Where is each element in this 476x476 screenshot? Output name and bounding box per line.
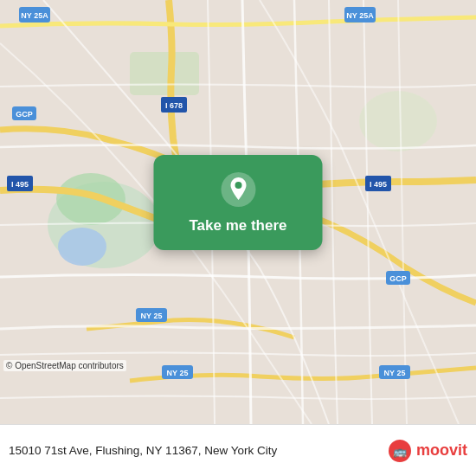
svg-rect-4 xyxy=(130,52,199,95)
svg-text:🚌: 🚌 xyxy=(393,444,408,459)
svg-point-27 xyxy=(235,182,241,189)
location-card: Take me there xyxy=(154,155,323,250)
svg-point-2 xyxy=(56,173,125,225)
moovit-bus-icon: 🚌 xyxy=(388,439,412,463)
svg-text:NY 25A: NY 25A xyxy=(346,11,374,20)
svg-text:NY 25: NY 25 xyxy=(384,369,406,377)
svg-text:NY 25A: NY 25A xyxy=(21,11,48,20)
svg-text:NY 25: NY 25 xyxy=(141,312,163,320)
moovit-logo-text: moovit xyxy=(416,441,467,460)
take-me-there-button[interactable]: Take me there xyxy=(189,217,286,235)
svg-text:NY 25: NY 25 xyxy=(167,369,189,377)
svg-text:I 678: I 678 xyxy=(165,101,183,110)
address-text: 15010 71st Ave, Flushing, NY 11367, New … xyxy=(9,444,388,457)
svg-text:GCP: GCP xyxy=(389,274,407,283)
bottom-bar: 15010 71st Ave, Flushing, NY 11367, New … xyxy=(0,424,476,476)
map-container: NY 25A NY 25A GCP I 678 I 495 I 495 GCP … xyxy=(0,0,476,424)
location-pin-icon xyxy=(219,170,257,209)
svg-point-5 xyxy=(359,91,437,151)
svg-point-3 xyxy=(58,228,106,266)
svg-text:I 495: I 495 xyxy=(370,180,387,189)
moovit-logo: 🚌 moovit xyxy=(388,439,467,463)
osm-copyright: © OpenStreetMap contributors xyxy=(3,360,126,371)
svg-text:GCP: GCP xyxy=(16,110,33,119)
svg-text:I 495: I 495 xyxy=(11,180,29,189)
